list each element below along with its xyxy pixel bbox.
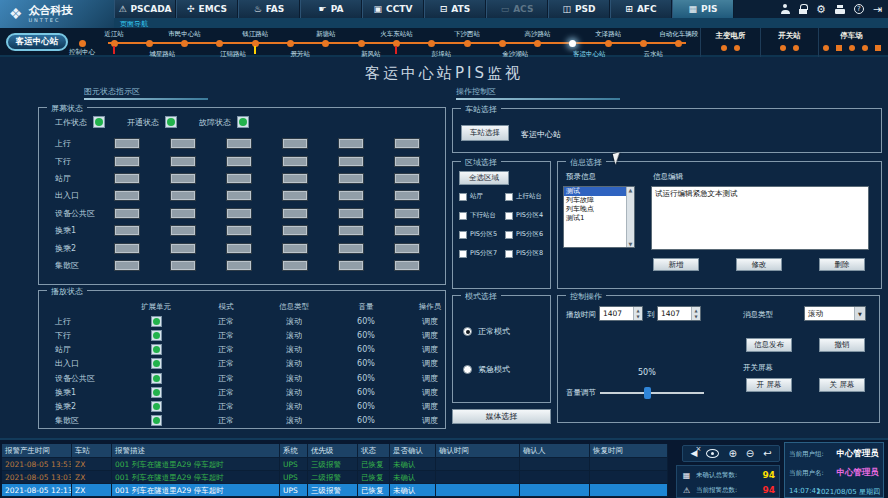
menu-tab-ats[interactable]: ⊟ATS bbox=[424, 0, 486, 18]
normal-mode-option[interactable]: 正常模式 bbox=[463, 326, 510, 337]
add-info-button[interactable]: 新增 bbox=[653, 258, 699, 271]
screen-on-button[interactable]: 开 屏幕 bbox=[746, 378, 792, 392]
prerecorded-info-listbox[interactable]: 测试列车故障列车晚点测试1 ▲▼ bbox=[563, 186, 635, 248]
list-item[interactable]: 测试 bbox=[564, 187, 627, 196]
revoke-button[interactable]: 撤销 bbox=[819, 338, 865, 352]
zoom-out-icon[interactable]: ⊖ bbox=[746, 449, 754, 459]
checkbox-icon[interactable] bbox=[459, 212, 467, 220]
area-checkbox-item[interactable]: PIS分区7 bbox=[459, 249, 505, 258]
volume-slider-handle[interactable] bbox=[644, 387, 651, 399]
checkbox-icon[interactable] bbox=[505, 250, 513, 258]
checkbox-icon[interactable] bbox=[459, 250, 467, 258]
screen-off-button[interactable]: 关 屏幕 bbox=[819, 378, 865, 392]
checkbox-icon[interactable] bbox=[505, 231, 513, 239]
list-item[interactable]: 列车晚点 bbox=[564, 205, 627, 214]
menu-tab-pscada[interactable]: ⚠PSCADA bbox=[114, 0, 176, 18]
help-icon[interactable]: ? bbox=[854, 4, 864, 14]
table-cell: UPS bbox=[280, 458, 308, 470]
return-icon[interactable]: ↩ bbox=[763, 449, 771, 459]
station-dot[interactable] bbox=[216, 40, 223, 47]
menu-tab-pis[interactable]: ▦PIS bbox=[672, 0, 734, 18]
checkbox-icon[interactable] bbox=[505, 193, 513, 201]
time-to-spinner[interactable]: 1407 ▲▼ bbox=[657, 306, 701, 321]
menu-tab-afc[interactable]: ⊞AFC bbox=[610, 0, 672, 18]
green-led-icon bbox=[237, 116, 249, 128]
time-from-value[interactable]: 1407 bbox=[600, 307, 633, 320]
area-checkbox-item[interactable]: PIS分区6 bbox=[505, 230, 549, 239]
list-item[interactable]: 测试1 bbox=[564, 214, 627, 223]
facility-shapes bbox=[819, 45, 884, 51]
zoom-in-icon[interactable]: ⊕ bbox=[728, 449, 736, 459]
menu-tab-emcs[interactable]: ✣EMCS bbox=[176, 0, 238, 18]
facility-circle-dot[interactable] bbox=[823, 45, 829, 51]
station-dot[interactable] bbox=[640, 40, 647, 47]
station-dot[interactable] bbox=[534, 40, 541, 47]
current-station-button[interactable]: 客运中心站 bbox=[6, 33, 68, 51]
time-from-spinner[interactable]: 1407 ▲▼ bbox=[599, 306, 643, 321]
facility-circle-dot[interactable] bbox=[734, 45, 740, 51]
station-dot[interactable] bbox=[428, 40, 435, 47]
facility-square-dot[interactable] bbox=[836, 45, 842, 51]
time-to-value[interactable]: 1407 bbox=[658, 307, 691, 320]
emergency-mode-option[interactable]: 紧急模式 bbox=[463, 364, 510, 375]
gear-icon[interactable]: ⚙ bbox=[816, 4, 826, 15]
media-select-button[interactable]: 媒体选择 bbox=[452, 409, 551, 424]
area-checkbox-item[interactable]: PIS分区8 bbox=[505, 249, 549, 258]
area-checkbox-item[interactable]: 上行站台 bbox=[505, 192, 549, 201]
menu-tab-cctv[interactable]: ▣CCTV bbox=[362, 0, 424, 18]
emergency-mode-radio[interactable] bbox=[463, 365, 472, 374]
table-row[interactable]: 2021-08-05 13:03:22.300ZX001 列车在隧道里A29 停… bbox=[2, 471, 668, 484]
facility-circle-dot[interactable] bbox=[721, 45, 727, 51]
facility-circle-dot[interactable] bbox=[862, 45, 868, 51]
checkbox-icon[interactable] bbox=[459, 193, 467, 201]
table-row[interactable]: 2021-08-05 13:53:42.300ZX001 列车在隧道里A29 停… bbox=[2, 458, 668, 471]
play-value-cell: 调度 bbox=[401, 316, 459, 327]
facility-circle-dot[interactable] bbox=[849, 45, 855, 51]
user-icon[interactable] bbox=[781, 4, 790, 14]
area-checkbox-item[interactable]: PIS分区4 bbox=[505, 211, 549, 220]
checkbox-icon[interactable] bbox=[459, 231, 467, 239]
logout-icon[interactable]: ⇥ bbox=[873, 4, 882, 15]
checkbox-icon[interactable] bbox=[505, 212, 513, 220]
station-dot[interactable] bbox=[181, 40, 188, 47]
station-dot[interactable] bbox=[287, 40, 294, 47]
publish-info-button[interactable]: 信息发布 bbox=[746, 338, 792, 352]
menu-tab-acs[interactable]: ▭ACS bbox=[486, 0, 548, 18]
info-edit-textarea[interactable]: 试运行编辑紧急文本测试 bbox=[651, 186, 869, 250]
station-dot[interactable] bbox=[358, 40, 365, 47]
eye-icon[interactable] bbox=[706, 449, 719, 458]
station-dot[interactable] bbox=[146, 40, 153, 47]
station-dot[interactable] bbox=[499, 40, 506, 47]
station-dot[interactable] bbox=[675, 40, 682, 47]
area-checkbox-item[interactable]: PIS分区5 bbox=[459, 230, 505, 239]
station-dot[interactable] bbox=[569, 40, 576, 47]
dropdown-arrow-icon[interactable]: ▼ bbox=[854, 307, 865, 320]
modify-info-button[interactable]: 修改 bbox=[736, 258, 782, 271]
volume-slider[interactable] bbox=[600, 392, 704, 394]
menu-tab-pa[interactable]: ☛PA bbox=[300, 0, 362, 18]
mute-speaker-icon[interactable]: ◀ bbox=[690, 449, 697, 458]
delete-info-button[interactable]: 删除 bbox=[819, 258, 865, 271]
spinner-arrows-icon[interactable]: ▲▼ bbox=[691, 307, 700, 320]
lock-icon[interactable] bbox=[799, 4, 807, 14]
menu-tab-fas[interactable]: ♨FAS bbox=[238, 0, 300, 18]
list-item[interactable]: 列车故障 bbox=[564, 196, 627, 205]
menu-tab-psd[interactable]: ◫PSD bbox=[548, 0, 610, 18]
printer-icon[interactable] bbox=[835, 5, 845, 14]
control-center-dot[interactable] bbox=[79, 40, 86, 47]
facility-circle-dot[interactable] bbox=[793, 45, 799, 51]
listbox-scrollbar[interactable]: ▲▼ bbox=[626, 187, 634, 247]
facility-square-dot[interactable] bbox=[875, 45, 881, 51]
facility-circle-dot[interactable] bbox=[780, 45, 786, 51]
station-dot[interactable] bbox=[464, 40, 471, 47]
area-checkbox-item[interactable]: 下行站台 bbox=[459, 211, 505, 220]
table-row[interactable]: 2021-08-05 12:13:12.300ZX001 列车在隧道里A29 停… bbox=[2, 484, 668, 497]
station-dot[interactable] bbox=[605, 40, 612, 47]
area-checkbox-item[interactable]: 站厅 bbox=[459, 192, 505, 201]
spinner-arrows-icon[interactable]: ▲▼ bbox=[633, 307, 642, 320]
select-all-areas-button[interactable]: 全选区域 bbox=[459, 171, 509, 185]
msg-type-dropdown[interactable]: 滚动 ▼ bbox=[804, 306, 866, 321]
station-dot[interactable] bbox=[322, 40, 329, 47]
station-select-button[interactable]: 车站选择 bbox=[461, 125, 509, 141]
normal-mode-radio[interactable] bbox=[463, 327, 472, 336]
